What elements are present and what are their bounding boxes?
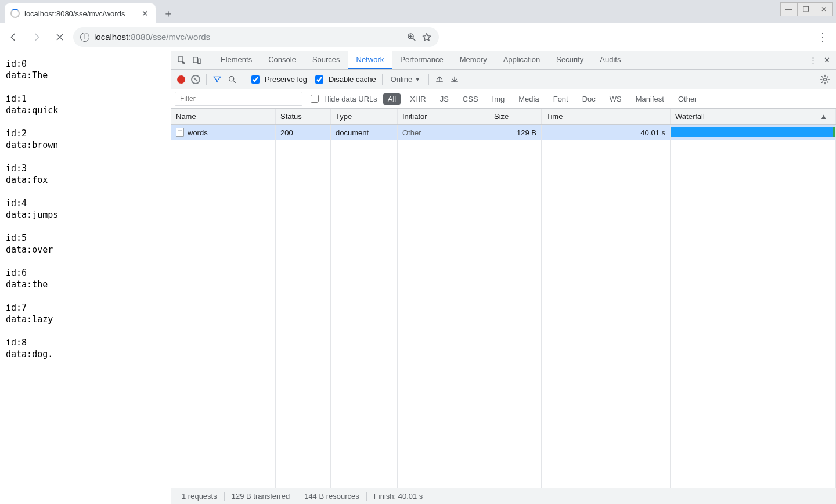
url-text: localhost:8080/sse/mvc/words	[94, 32, 402, 42]
tab-console[interactable]: Console	[260, 51, 304, 69]
back-button[interactable]	[3, 27, 23, 47]
filter-type-doc[interactable]: Doc	[578, 93, 600, 105]
search-icon[interactable]	[228, 75, 237, 84]
minimize-button[interactable]: —	[780, 2, 798, 16]
status-transferred: 129 B transferred	[225, 492, 297, 501]
sort-asc-icon: ▲	[820, 112, 827, 121]
filter-type-font[interactable]: Font	[549, 93, 573, 105]
browser-toolbar: i localhost:8080/sse/mvc/words ⋮	[0, 23, 836, 51]
address-bar[interactable]: i localhost:8080/sse/mvc/words	[73, 27, 439, 47]
status-requests: 1 requests	[175, 492, 224, 501]
tab-security[interactable]: Security	[548, 51, 592, 69]
devtools-panel: ElementsConsoleSourcesNetworkPerformance…	[171, 51, 836, 504]
filter-type-img[interactable]: Img	[488, 93, 510, 105]
tab-sources[interactable]: Sources	[304, 51, 348, 69]
toolbar-divider	[803, 30, 803, 44]
table-body[interactable]: words200documentOther129 B40.01 s	[171, 125, 836, 488]
page-content: id:0 data:The id:1 data:quick id:2 data:…	[0, 51, 171, 504]
window-controls: — ❐ ✕	[780, 2, 833, 16]
svg-rect-3	[198, 59, 200, 63]
site-info-icon[interactable]: i	[80, 33, 89, 42]
row-type: document	[331, 125, 398, 140]
table-row[interactable]: words200documentOther129 B40.01 s	[171, 125, 836, 140]
tab-application[interactable]: Application	[495, 51, 549, 69]
inspect-element-icon[interactable]	[177, 56, 186, 65]
preserve-log-checkbox[interactable]: Preserve log	[249, 74, 307, 85]
new-tab-button[interactable]: ＋	[160, 5, 176, 21]
loading-spinner-icon	[10, 9, 20, 18]
filter-toggle-icon[interactable]	[212, 75, 222, 84]
row-waterfall	[671, 125, 836, 140]
arrow-right-icon	[31, 32, 42, 42]
close-tab-icon[interactable]: ✕	[140, 9, 150, 18]
col-name[interactable]: Name	[171, 109, 276, 124]
network-toolbar: Preserve log Disable cache Online ▼	[171, 70, 836, 89]
col-initiator[interactable]: Initiator	[398, 109, 489, 124]
svg-point-5	[824, 78, 827, 81]
stop-reload-button[interactable]	[50, 27, 70, 47]
row-status: 200	[276, 125, 331, 140]
filter-type-ws[interactable]: WS	[605, 93, 626, 105]
row-size: 129 B	[489, 125, 542, 140]
bookmark-star-icon[interactable]	[421, 32, 432, 42]
tab-title: localhost:8080/sse/mvc/words	[24, 9, 140, 18]
zoom-icon[interactable]	[406, 32, 417, 42]
disable-cache-checkbox[interactable]: Disable cache	[313, 74, 376, 85]
toggle-device-icon[interactable]	[192, 56, 201, 65]
close-icon	[55, 33, 64, 42]
svg-point-4	[229, 76, 234, 81]
filter-type-css[interactable]: CSS	[458, 93, 483, 105]
clear-button[interactable]	[191, 75, 200, 84]
network-filter-bar: Hide data URLs AllXHRJSCSSImgMediaFontDo…	[171, 89, 836, 109]
filter-type-manifest[interactable]: Manifest	[631, 93, 669, 105]
tab-network[interactable]: Network	[348, 51, 392, 69]
col-time[interactable]: Time	[542, 109, 671, 124]
table-header[interactable]: Name Status Type Initiator Size Time Wat…	[171, 109, 836, 125]
filter-input[interactable]	[175, 92, 302, 106]
col-type[interactable]: Type	[331, 109, 398, 124]
tab-performance[interactable]: Performance	[392, 51, 451, 69]
tab-audits[interactable]: Audits	[592, 51, 629, 69]
hide-data-urls-checkbox[interactable]: Hide data URLs	[308, 93, 377, 105]
chevron-down-icon: ▼	[415, 76, 420, 82]
maximize-button[interactable]: ❐	[798, 2, 815, 16]
record-button[interactable]	[177, 75, 185, 84]
network-table: Name Status Type Initiator Size Time Wat…	[171, 109, 836, 488]
filter-type-js[interactable]: JS	[435, 93, 453, 105]
tab-memory[interactable]: Memory	[452, 51, 495, 69]
forward-button[interactable]	[27, 27, 46, 47]
network-statusbar: 1 requests 129 B transferred 144 B resou…	[171, 488, 836, 504]
row-name: words	[188, 128, 208, 137]
col-size[interactable]: Size	[489, 109, 542, 124]
export-har-icon[interactable]	[435, 75, 444, 84]
col-waterfall[interactable]: Waterfall▲	[671, 109, 836, 124]
browser-tabstrip: localhost:8080/sse/mvc/words ✕ ＋ — ❐ ✕	[0, 0, 836, 23]
browser-tab[interactable]: localhost:8080/sse/mvc/words ✕	[5, 3, 156, 23]
devtools-close-icon[interactable]: ✕	[824, 56, 830, 64]
arrow-left-icon	[8, 32, 19, 42]
svg-rect-2	[193, 57, 197, 62]
status-finish: Finish: 40.01 s	[367, 492, 430, 501]
row-time: 40.01 s	[542, 125, 671, 140]
filter-type-all[interactable]: All	[383, 93, 401, 105]
filter-type-media[interactable]: Media	[514, 93, 543, 105]
col-status[interactable]: Status	[276, 109, 331, 124]
close-window-button[interactable]: ✕	[815, 2, 833, 16]
filter-type-other[interactable]: Other	[673, 93, 702, 105]
document-file-icon	[176, 128, 184, 137]
devtools-tabbar: ElementsConsoleSourcesNetworkPerformance…	[171, 51, 836, 70]
filter-type-xhr[interactable]: XHR	[405, 93, 430, 105]
import-har-icon[interactable]	[450, 75, 459, 84]
network-settings-icon[interactable]	[820, 74, 830, 85]
devtools-menu-icon[interactable]: ⋮	[809, 56, 817, 64]
tab-elements[interactable]: Elements	[212, 51, 260, 69]
throttling-dropdown[interactable]: Online ▼	[388, 75, 423, 84]
browser-menu-button[interactable]: ⋮	[813, 27, 833, 47]
row-initiator: Other	[398, 125, 489, 140]
status-resources: 144 B resources	[297, 492, 366, 501]
